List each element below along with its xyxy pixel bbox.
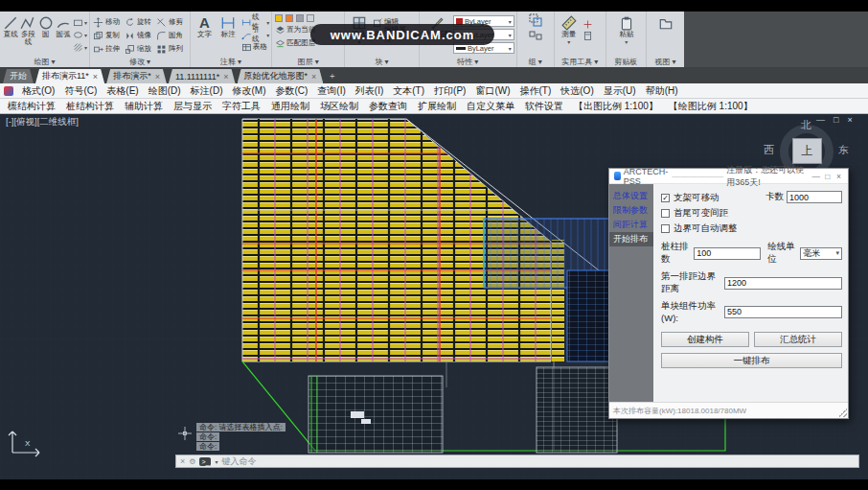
file-tab[interactable]: 排布演示11* × bbox=[35, 69, 104, 83]
file-tab[interactable]: 开始 × bbox=[3, 69, 34, 83]
dialog-sidebar-item[interactable]: 间距计算 bbox=[609, 218, 653, 232]
customize-icon[interactable]: ⚙ bbox=[189, 457, 195, 466]
match-layer-button[interactable]: 匹配图层 bbox=[275, 37, 315, 49]
resize-grip[interactable] bbox=[838, 408, 847, 417]
polyline-button[interactable]: 多段线 bbox=[20, 13, 35, 46]
plugin-menu-item[interactable]: 字符工具 bbox=[222, 100, 261, 113]
dialog-title-bar[interactable]: ARCTECH-PSS —————— 注册版：您还可以使用365天! — □ × bbox=[609, 169, 848, 184]
file-tab[interactable]: 排布演示* × bbox=[106, 69, 167, 83]
unit-select[interactable]: 毫米▾ bbox=[800, 247, 842, 260]
dialog-minimize-icon[interactable]: — bbox=[811, 172, 820, 181]
panel-label-view[interactable]: 视图▾ bbox=[647, 56, 684, 67]
panel-label-utilities[interactable]: 实用工具▾ bbox=[555, 56, 605, 67]
circle-button[interactable]: 圆 bbox=[38, 13, 54, 38]
menu-item[interactable]: 标注(D) bbox=[191, 84, 223, 98]
arc-button[interactable]: 圆弧 bbox=[56, 13, 71, 38]
rows-input[interactable] bbox=[694, 247, 761, 260]
checkbox-box[interactable]: ✓ bbox=[661, 224, 670, 233]
array-button[interactable]: 阵列 bbox=[156, 42, 188, 56]
command-close-icon[interactable]: × bbox=[180, 456, 185, 466]
viewport-controls[interactable]: [-][俯视][二维线框] bbox=[6, 116, 79, 128]
set-current-layer-button[interactable]: 置为当前 bbox=[275, 24, 315, 35]
file-tab[interactable]: 11.1111111* × bbox=[169, 69, 236, 83]
menu-item[interactable]: 文本(T) bbox=[393, 84, 424, 98]
dialog-maximize-icon[interactable]: □ bbox=[823, 172, 832, 181]
plugin-menu-item[interactable]: 通用绘制 bbox=[271, 100, 309, 113]
view-button[interactable] bbox=[654, 13, 677, 31]
start-layout-button[interactable]: 一键排布 bbox=[661, 353, 842, 368]
ungroup-icon[interactable] bbox=[529, 29, 542, 42]
dialog-sidebar-item[interactable]: 限制参数 bbox=[609, 203, 653, 218]
step-input[interactable] bbox=[787, 191, 842, 203]
line-button[interactable]: 直线 bbox=[3, 13, 18, 38]
stretch-button[interactable]: 拉伸 bbox=[93, 42, 125, 56]
plugin-menu-item[interactable]: 软件设置 bbox=[525, 100, 563, 113]
layer-off-icon[interactable] bbox=[307, 14, 314, 22]
panel-label-block[interactable]: 块▾ bbox=[345, 56, 419, 67]
group-icon[interactable] bbox=[529, 13, 542, 27]
dialog-checkbox[interactable]: ✓ 首尾可变间距 bbox=[661, 205, 842, 221]
viewcube-east[interactable]: 东 bbox=[838, 143, 849, 157]
checkbox-box[interactable]: ✓ bbox=[661, 209, 670, 218]
menu-item[interactable]: 查询(I) bbox=[317, 84, 345, 98]
layer-on-icon[interactable] bbox=[275, 14, 283, 22]
panel-label-annotate[interactable]: 注释▾ bbox=[191, 56, 271, 67]
fillet-button[interactable]: 圆角 bbox=[156, 29, 188, 42]
dimension-button[interactable]: 标注 bbox=[217, 13, 240, 38]
rectangle-button[interactable]: ▾ bbox=[73, 16, 87, 28]
plugin-menu-item[interactable]: 檩结构计算 bbox=[8, 100, 56, 113]
file-tab[interactable]: 原始优化地形图* × bbox=[238, 69, 324, 83]
menu-item[interactable]: 显示(U) bbox=[604, 84, 636, 98]
measure-button[interactable]: 测量▾ bbox=[558, 13, 581, 46]
plugin-menu-item[interactable]: 层与显示 bbox=[173, 100, 212, 113]
paste-button[interactable]: 粘贴▾ bbox=[615, 13, 638, 46]
move-button[interactable]: 移动 bbox=[93, 15, 125, 29]
dialog-sidebar-item[interactable]: 开始排布 bbox=[609, 232, 653, 246]
panel-label-layers[interactable]: 图层▾ bbox=[272, 56, 344, 67]
plugin-menu-item[interactable]: 参数查询 bbox=[369, 100, 407, 113]
command-input[interactable]: 键入命令 bbox=[221, 455, 256, 468]
create-components-button[interactable]: 创建构件 bbox=[661, 332, 749, 347]
first-row-input[interactable] bbox=[724, 277, 842, 290]
menu-item[interactable]: 快选(O) bbox=[560, 84, 593, 98]
minimize-icon[interactable]: — bbox=[816, 115, 825, 125]
plugin-menu-item[interactable]: 桩结构计算 bbox=[66, 100, 114, 113]
viewcube-north[interactable]: 北 bbox=[801, 118, 811, 132]
tab-close-icon[interactable]: × bbox=[93, 72, 98, 82]
plugin-menu-item[interactable]: 【出图比例 1:100】 bbox=[574, 100, 658, 113]
panel-label-draw[interactable]: 绘图▾ bbox=[0, 56, 89, 67]
menu-item[interactable]: 绘图(D) bbox=[148, 84, 181, 98]
plugin-menu-item[interactable]: 自定义菜单 bbox=[467, 100, 514, 113]
panel-label-clipboard[interactable]: 剪贴板 bbox=[606, 56, 647, 67]
text-button[interactable]: A文字 bbox=[194, 13, 216, 38]
panel-label-properties[interactable]: 特性▾ bbox=[420, 56, 516, 67]
menu-item[interactable]: 符号(C) bbox=[64, 84, 97, 98]
mirror-button[interactable]: 镜像 bbox=[125, 29, 156, 42]
hatch-button[interactable]: ▾ bbox=[73, 41, 87, 53]
leader-button[interactable]: 引线▾ bbox=[241, 29, 270, 40]
plugin-menu-item[interactable]: 【绘图比例 1:100】 bbox=[669, 100, 753, 113]
viewcube-top[interactable]: 上 bbox=[792, 138, 822, 164]
table-button[interactable]: 表格 bbox=[241, 41, 270, 53]
file-tab[interactable]: ＋ × bbox=[325, 69, 339, 83]
ellipse-button[interactable]: ▾ bbox=[73, 29, 87, 40]
plugin-menu-item[interactable]: 辅助计算 bbox=[125, 100, 163, 113]
dialog-sidebar-item[interactable]: 总体设置 bbox=[609, 189, 653, 203]
quick-calc-icon[interactable] bbox=[582, 28, 593, 38]
dialog-checkbox[interactable]: ✓ 边界可自动调整 bbox=[661, 221, 842, 236]
panel-label-modify[interactable]: 修改▾ bbox=[90, 56, 190, 67]
menu-item[interactable]: 操作(T) bbox=[520, 84, 552, 98]
menu-item[interactable]: 修改(M) bbox=[232, 84, 265, 98]
plugin-menu-item[interactable]: 场区绘制 bbox=[320, 100, 358, 113]
copy-button[interactable]: 复制 bbox=[93, 29, 125, 42]
command-caret-icon[interactable]: ▾ bbox=[215, 458, 217, 465]
tab-close-icon[interactable]: × bbox=[311, 72, 316, 82]
layer-freeze-icon[interactable] bbox=[286, 14, 293, 22]
rotate-button[interactable]: 旋转 bbox=[125, 15, 156, 29]
checkbox-box[interactable]: ✓ bbox=[661, 194, 670, 202]
plugin-menu-item[interactable]: 扩展绘制 bbox=[418, 100, 456, 113]
restore-icon[interactable]: □ bbox=[834, 115, 838, 125]
menu-item[interactable]: 列表(I) bbox=[355, 84, 383, 98]
trim-button[interactable]: 修剪 bbox=[156, 15, 188, 29]
id-point-icon[interactable] bbox=[582, 16, 593, 27]
